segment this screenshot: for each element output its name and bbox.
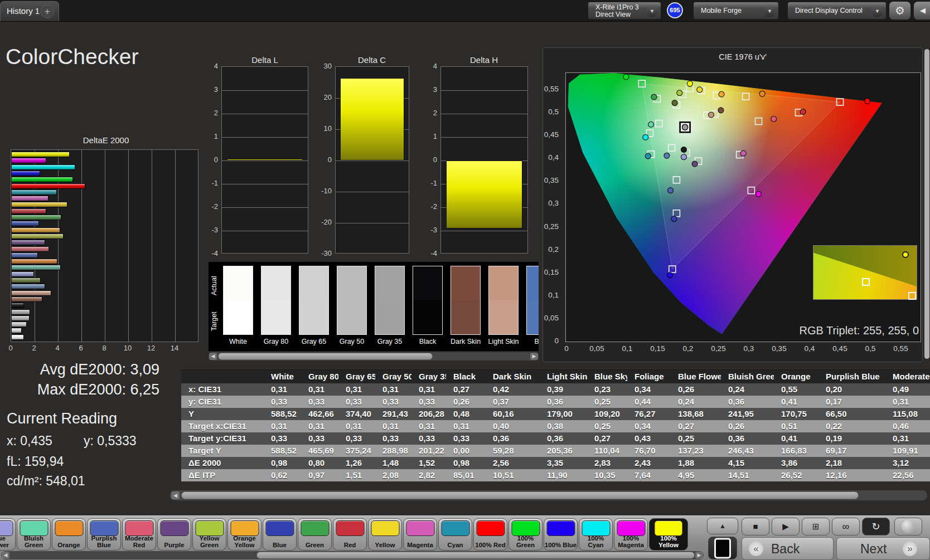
play-button[interactable]: ▶ [772, 518, 800, 535]
patch-button-purple[interactable]: Purple [157, 518, 191, 551]
table-cell: 115,08 [885, 408, 930, 420]
table-scrollbar[interactable]: ◀ [170, 490, 927, 500]
table-cell: 0,39 [540, 383, 587, 396]
swatch-target [451, 300, 481, 335]
measured-marker: Orange Yellow [719, 91, 724, 97]
table-cell: 0,25 [587, 396, 627, 408]
patch-button-orange-yellow[interactable]: Orange Yellow [227, 518, 261, 551]
measured-marker: Blue [671, 216, 677, 222]
table-cell: 4,95 [671, 469, 721, 481]
table-cell: 0,25 [671, 432, 721, 445]
colorchecker-table: WhiteGray 80Gray 65Gray 50Gray 35BlackDa… [181, 369, 930, 481]
patch-button-orange[interactable]: Orange [52, 518, 86, 551]
delta-gridline [441, 114, 527, 114]
loop-button[interactable]: ∞ [832, 518, 860, 535]
patch-button-label: Purplish Blue [88, 535, 120, 549]
measurement-count-badge: 695 [667, 2, 683, 18]
scroll-right-icon[interactable]: ▶ [695, 552, 703, 559]
patch-button-yellow-green[interactable]: Yellow Green [192, 518, 226, 551]
patch-scrollbar-thumb[interactable] [256, 552, 695, 559]
table-cell: 0,33 [411, 432, 446, 445]
table-row: x: CIE310,310,310,310,310,310,270,420,39… [181, 383, 930, 396]
scroll-up-icon[interactable]: ▲ [707, 518, 738, 534]
pattern-window-button[interactable] [708, 537, 737, 559]
table-cell: 0,36 [721, 396, 774, 408]
patch-button-blue[interactable]: Blue [263, 518, 297, 551]
reading-cdm2-value: cd/m²: 548,01 [7, 474, 85, 489]
cie-x-tick-label: 0,3 [738, 344, 760, 353]
meter-dropdown[interactable]: X-Rite i1Pro 3 Direct View ▼ [588, 2, 661, 20]
tab-history-1[interactable]: History 1 + [0, 1, 59, 21]
delta-gridline [336, 160, 409, 161]
patch-button-red[interactable]: Red [333, 518, 367, 551]
deltae-gridline [105, 150, 105, 342]
patch-button-100-magenta[interactable]: 100% Magenta [614, 518, 648, 551]
patch-button-yellow[interactable]: Yellow [368, 518, 402, 551]
deltae-bar [11, 227, 60, 233]
pattern-size-button[interactable]: ⊞ [802, 518, 830, 535]
column-header: Foliage [627, 370, 671, 383]
delta-tick-label: 0 [313, 155, 332, 164]
patch-button-magenta[interactable]: Magenta [403, 518, 437, 551]
swatch-light-skin: Light Skin [488, 266, 519, 348]
patch-button-100-cyan[interactable]: 100% Cyan [579, 518, 613, 551]
patch-button-100-blue[interactable]: 100% Blue [544, 518, 578, 551]
cie-y-tick-label: 0,3 [548, 199, 559, 207]
patch-button-100-yellow[interactable]: 100% Yellow [649, 518, 688, 551]
scroll-left-icon[interactable]: ◀ [171, 491, 180, 499]
table-cell: 10,35 [587, 469, 627, 481]
patch-button-purplish-blue[interactable]: Purplish Blue [87, 518, 121, 551]
patch-button-cyan[interactable]: Cyan [438, 518, 472, 551]
deltae-gridline [175, 150, 176, 342]
patch-button-100-green[interactable]: 100% Green [508, 518, 542, 551]
record-button[interactable] [894, 518, 922, 535]
table-cell: 66,50 [818, 408, 885, 420]
table-cell: 0,26 [721, 420, 774, 432]
deltae-tick-label: 2 [27, 344, 41, 352]
stop-button[interactable]: ■ [742, 518, 769, 535]
delta-tick-label: 0 [418, 155, 437, 164]
patch-scrollbar[interactable]: ◀ ▶ [1, 551, 704, 559]
back-button[interactable]: « Back [742, 537, 834, 560]
scroll-left-icon[interactable]: ◀ [2, 552, 9, 559]
patch-button-green[interactable]: Green [298, 518, 332, 551]
refresh-button[interactable]: ↻ [862, 518, 890, 535]
cie-y-tick-label: 0,2 [548, 245, 559, 254]
cie-y-tick-label: 0,25 [544, 222, 559, 231]
table-cell: 2,83 [587, 457, 627, 469]
deltae-bar [11, 252, 38, 258]
deltae-bar [11, 221, 39, 226]
patch-color [90, 520, 118, 536]
collapse-panel-icon[interactable]: ◀ [913, 1, 930, 20]
panel-resize-strip[interactable] [924, 49, 929, 359]
patch-button-blue-flower[interactable]: Blue Flower [0, 518, 16, 551]
scroll-left-icon[interactable]: ◀ [209, 353, 217, 360]
patch-color [301, 520, 329, 536]
cie-y-tick-label: 0,55 [544, 85, 559, 93]
table-cell: 0,33 [301, 432, 338, 445]
patch-button-moderate-red[interactable]: Moderate Red [122, 518, 156, 551]
scroll-right-icon[interactable]: ▶ [530, 353, 538, 360]
swatch-actual [337, 266, 367, 300]
deltae-tick-label: 14 [168, 344, 181, 352]
cie-x-tick-label: 0,45 [829, 344, 851, 353]
source-name: Mobile Forge [701, 7, 742, 14]
chevron-down-icon[interactable]: ▼ [646, 6, 658, 17]
table-scrollbar-thumb[interactable] [181, 491, 859, 499]
gear-icon[interactable]: ⚙ [889, 1, 911, 20]
next-button[interactable]: Next » [836, 537, 930, 560]
add-tab-button[interactable]: + [41, 5, 54, 18]
chevron-down-icon[interactable]: ▼ [871, 6, 883, 17]
chevron-down-icon[interactable]: ▼ [764, 6, 776, 17]
table-cell: 0,17 [818, 396, 885, 408]
deltae-x-axis: 02468101214 [11, 344, 200, 353]
patch-button-100-red[interactable]: 100% Red [473, 518, 507, 551]
table-cell: 0,62 [264, 469, 301, 481]
workflow-dropdown[interactable]: Direct Display Control ▼ [787, 2, 887, 20]
source-dropdown[interactable]: Mobile Forge ▼ [693, 2, 779, 20]
table-cell: 1,52 [411, 457, 446, 469]
swatch-scrollbar[interactable]: ◀ ▶ [209, 352, 539, 361]
patch-button-bluish-green[interactable]: Bluish Green [17, 518, 51, 551]
swatch-scrollbar-thumb[interactable] [218, 353, 433, 360]
deltae-bar [11, 158, 46, 163]
